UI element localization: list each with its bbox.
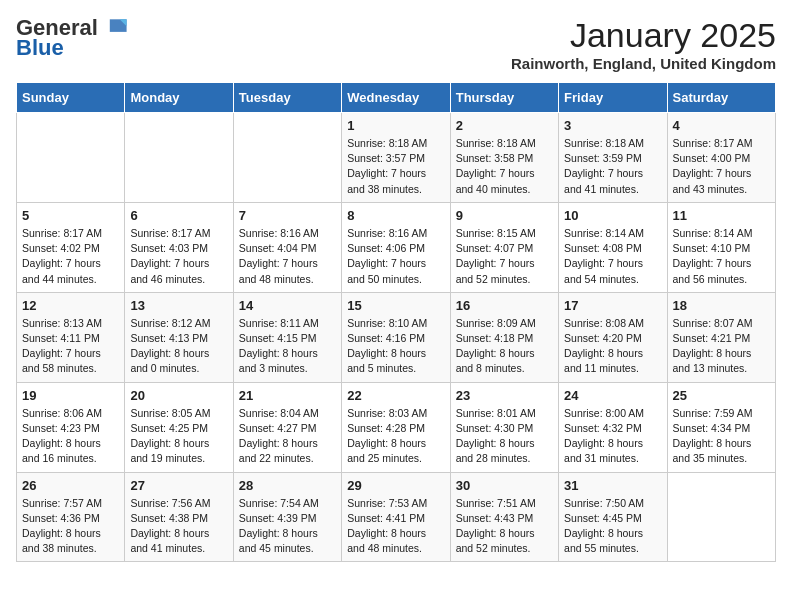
calendar-cell: 2 Sunrise: 8:18 AMSunset: 3:58 PMDayligh… [450,113,558,203]
calendar-cell: 18 Sunrise: 8:07 AMSunset: 4:21 PMDaylig… [667,292,775,382]
day-info: Sunrise: 8:17 AMSunset: 4:00 PMDaylight:… [673,136,770,197]
calendar-cell: 19 Sunrise: 8:06 AMSunset: 4:23 PMDaylig… [17,382,125,472]
day-info: Sunrise: 7:51 AMSunset: 4:43 PMDaylight:… [456,496,553,557]
day-info: Sunrise: 7:54 AMSunset: 4:39 PMDaylight:… [239,496,336,557]
day-number: 4 [673,118,770,133]
calendar-cell: 9 Sunrise: 8:15 AMSunset: 4:07 PMDayligh… [450,202,558,292]
day-number: 21 [239,388,336,403]
calendar-cell: 26 Sunrise: 7:57 AMSunset: 4:36 PMDaylig… [17,472,125,562]
calendar-cell: 10 Sunrise: 8:14 AMSunset: 4:08 PMDaylig… [559,202,667,292]
day-info: Sunrise: 7:53 AMSunset: 4:41 PMDaylight:… [347,496,444,557]
day-info: Sunrise: 8:09 AMSunset: 4:18 PMDaylight:… [456,316,553,377]
calendar-cell: 23 Sunrise: 8:01 AMSunset: 4:30 PMDaylig… [450,382,558,472]
day-number: 19 [22,388,119,403]
calendar-cell: 14 Sunrise: 8:11 AMSunset: 4:15 PMDaylig… [233,292,341,382]
weekday-header-thursday: Thursday [450,83,558,113]
calendar-cell: 31 Sunrise: 7:50 AMSunset: 4:45 PMDaylig… [559,472,667,562]
day-number: 12 [22,298,119,313]
calendar-week-row: 26 Sunrise: 7:57 AMSunset: 4:36 PMDaylig… [17,472,776,562]
weekday-header-wednesday: Wednesday [342,83,450,113]
day-number: 20 [130,388,227,403]
calendar-cell: 20 Sunrise: 8:05 AMSunset: 4:25 PMDaylig… [125,382,233,472]
day-info: Sunrise: 7:59 AMSunset: 4:34 PMDaylight:… [673,406,770,467]
day-info: Sunrise: 8:13 AMSunset: 4:11 PMDaylight:… [22,316,119,377]
page-header: General Blue January 2025 Rainworth, Eng… [16,16,776,72]
calendar-week-row: 12 Sunrise: 8:13 AMSunset: 4:11 PMDaylig… [17,292,776,382]
day-number: 30 [456,478,553,493]
day-info: Sunrise: 8:14 AMSunset: 4:08 PMDaylight:… [564,226,661,287]
calendar-cell: 24 Sunrise: 8:00 AMSunset: 4:32 PMDaylig… [559,382,667,472]
day-number: 13 [130,298,227,313]
weekday-header-saturday: Saturday [667,83,775,113]
calendar-cell [17,113,125,203]
calendar-cell: 1 Sunrise: 8:18 AMSunset: 3:57 PMDayligh… [342,113,450,203]
day-number: 16 [456,298,553,313]
day-number: 29 [347,478,444,493]
day-info: Sunrise: 8:08 AMSunset: 4:20 PMDaylight:… [564,316,661,377]
calendar-cell [667,472,775,562]
day-number: 2 [456,118,553,133]
day-number: 26 [22,478,119,493]
calendar-cell: 16 Sunrise: 8:09 AMSunset: 4:18 PMDaylig… [450,292,558,382]
calendar-cell: 15 Sunrise: 8:10 AMSunset: 4:16 PMDaylig… [342,292,450,382]
month-title: January 2025 [511,16,776,55]
day-info: Sunrise: 8:06 AMSunset: 4:23 PMDaylight:… [22,406,119,467]
day-info: Sunrise: 8:14 AMSunset: 4:10 PMDaylight:… [673,226,770,287]
calendar-cell: 28 Sunrise: 7:54 AMSunset: 4:39 PMDaylig… [233,472,341,562]
day-number: 22 [347,388,444,403]
calendar-cell: 11 Sunrise: 8:14 AMSunset: 4:10 PMDaylig… [667,202,775,292]
calendar-week-row: 19 Sunrise: 8:06 AMSunset: 4:23 PMDaylig… [17,382,776,472]
weekday-header-friday: Friday [559,83,667,113]
weekday-header-sunday: Sunday [17,83,125,113]
day-number: 27 [130,478,227,493]
day-number: 17 [564,298,661,313]
calendar-cell: 7 Sunrise: 8:16 AMSunset: 4:04 PMDayligh… [233,202,341,292]
calendar-cell: 29 Sunrise: 7:53 AMSunset: 4:41 PMDaylig… [342,472,450,562]
day-info: Sunrise: 8:07 AMSunset: 4:21 PMDaylight:… [673,316,770,377]
day-info: Sunrise: 8:04 AMSunset: 4:27 PMDaylight:… [239,406,336,467]
calendar-table: SundayMondayTuesdayWednesdayThursdayFrid… [16,82,776,562]
day-info: Sunrise: 8:12 AMSunset: 4:13 PMDaylight:… [130,316,227,377]
day-info: Sunrise: 8:18 AMSunset: 3:59 PMDaylight:… [564,136,661,197]
day-info: Sunrise: 8:01 AMSunset: 4:30 PMDaylight:… [456,406,553,467]
day-info: Sunrise: 7:57 AMSunset: 4:36 PMDaylight:… [22,496,119,557]
calendar-cell: 3 Sunrise: 8:18 AMSunset: 3:59 PMDayligh… [559,113,667,203]
day-info: Sunrise: 8:05 AMSunset: 4:25 PMDaylight:… [130,406,227,467]
calendar-cell: 22 Sunrise: 8:03 AMSunset: 4:28 PMDaylig… [342,382,450,472]
day-info: Sunrise: 7:50 AMSunset: 4:45 PMDaylight:… [564,496,661,557]
calendar-cell [233,113,341,203]
calendar-cell: 21 Sunrise: 8:04 AMSunset: 4:27 PMDaylig… [233,382,341,472]
day-number: 1 [347,118,444,133]
calendar-cell: 27 Sunrise: 7:56 AMSunset: 4:38 PMDaylig… [125,472,233,562]
day-info: Sunrise: 7:56 AMSunset: 4:38 PMDaylight:… [130,496,227,557]
location-title: Rainworth, England, United Kingdom [511,55,776,72]
weekday-header-monday: Monday [125,83,233,113]
day-info: Sunrise: 8:10 AMSunset: 4:16 PMDaylight:… [347,316,444,377]
day-number: 10 [564,208,661,223]
day-number: 11 [673,208,770,223]
day-number: 14 [239,298,336,313]
day-number: 24 [564,388,661,403]
calendar-cell: 8 Sunrise: 8:16 AMSunset: 4:06 PMDayligh… [342,202,450,292]
day-number: 18 [673,298,770,313]
day-number: 28 [239,478,336,493]
day-info: Sunrise: 8:03 AMSunset: 4:28 PMDaylight:… [347,406,444,467]
calendar-cell: 30 Sunrise: 7:51 AMSunset: 4:43 PMDaylig… [450,472,558,562]
calendar-cell: 6 Sunrise: 8:17 AMSunset: 4:03 PMDayligh… [125,202,233,292]
calendar-cell: 13 Sunrise: 8:12 AMSunset: 4:13 PMDaylig… [125,292,233,382]
day-number: 9 [456,208,553,223]
day-info: Sunrise: 8:17 AMSunset: 4:02 PMDaylight:… [22,226,119,287]
day-info: Sunrise: 8:00 AMSunset: 4:32 PMDaylight:… [564,406,661,467]
weekday-header-row: SundayMondayTuesdayWednesdayThursdayFrid… [17,83,776,113]
day-number: 5 [22,208,119,223]
day-number: 3 [564,118,661,133]
logo: General Blue [16,16,128,61]
calendar-cell: 12 Sunrise: 8:13 AMSunset: 4:11 PMDaylig… [17,292,125,382]
title-block: January 2025 Rainworth, England, United … [511,16,776,72]
weekday-header-tuesday: Tuesday [233,83,341,113]
day-info: Sunrise: 8:17 AMSunset: 4:03 PMDaylight:… [130,226,227,287]
day-number: 15 [347,298,444,313]
calendar-cell [125,113,233,203]
day-info: Sunrise: 8:18 AMSunset: 3:57 PMDaylight:… [347,136,444,197]
day-info: Sunrise: 8:11 AMSunset: 4:15 PMDaylight:… [239,316,336,377]
